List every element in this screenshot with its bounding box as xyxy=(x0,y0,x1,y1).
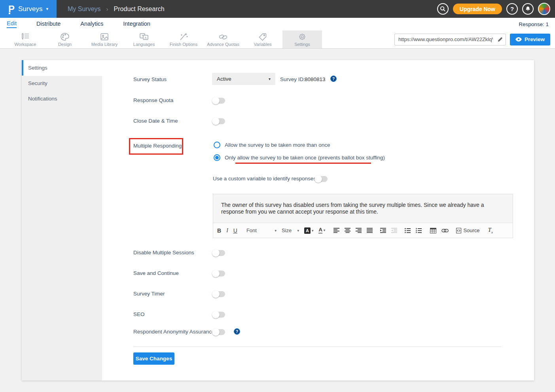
align-justify-button[interactable] xyxy=(367,228,373,233)
preview-button[interactable]: Preview xyxy=(510,34,550,45)
rich-text-toolbar: B I U Font▾ Size▾ A▾ A▾ Source xyxy=(213,223,513,238)
toolbar-item-settings[interactable]: Settings xyxy=(282,30,322,48)
text-color-icon: A xyxy=(318,227,322,234)
background-color-button[interactable]: A▾ xyxy=(304,227,314,234)
help-button[interactable]: ? xyxy=(506,3,518,15)
close-date-label: Close Date & Time xyxy=(133,118,178,124)
multiple-response-message[interactable]: The owner of this survey has disabled us… xyxy=(213,194,513,223)
tab-edit[interactable]: Edit xyxy=(7,20,17,28)
tab-integration[interactable]: Integration xyxy=(123,21,150,28)
remove-format-button[interactable]: Tx xyxy=(488,227,493,234)
align-center-button[interactable] xyxy=(345,228,350,233)
chevron-down-icon: ▾ xyxy=(269,77,271,81)
size-select[interactable]: Size▾ xyxy=(282,227,299,233)
survey-status-label: Survey Status xyxy=(133,76,167,82)
bullet-list-button[interactable] xyxy=(405,228,411,233)
settings-card: Settings Security Notifications Survey S… xyxy=(22,60,534,381)
indent-icon xyxy=(380,228,386,233)
table-icon xyxy=(430,228,436,233)
numbered-list-button[interactable] xyxy=(416,228,422,233)
close-date-toggle[interactable] xyxy=(213,118,225,124)
radio-selected-icon xyxy=(214,154,220,161)
settings-main: Survey Status Active ▾ Survey ID: 808081… xyxy=(22,60,534,381)
insert-table-button[interactable] xyxy=(430,228,436,233)
outdent-button[interactable] xyxy=(391,228,397,233)
search-button[interactable] xyxy=(437,3,449,15)
workspace-icon xyxy=(20,32,30,41)
survey-id-value: 8080813 xyxy=(305,76,326,82)
gear-icon xyxy=(297,32,307,41)
respondent-anonymity-toggle[interactable] xyxy=(213,329,225,335)
disable-multiple-sessions-label: Disable Multiple Sessions xyxy=(133,250,194,256)
italic-button[interactable]: I xyxy=(226,227,228,234)
save-and-continue-toggle[interactable] xyxy=(213,271,225,276)
underline-button[interactable]: U xyxy=(233,227,237,234)
text-color-button[interactable]: A▾ xyxy=(318,227,325,234)
search-icon xyxy=(440,6,446,12)
tab-analytics[interactable]: Analytics xyxy=(80,21,103,28)
response-count[interactable]: Response: 1 xyxy=(519,21,549,27)
respondent-anonymity-help-icon[interactable]: ? xyxy=(234,328,240,335)
source-button[interactable]: Source xyxy=(456,227,479,233)
insert-link-button[interactable] xyxy=(441,229,449,233)
svg-text:A: A xyxy=(144,36,147,39)
avatar[interactable] xyxy=(538,3,550,15)
chevron-down-icon: ▾ xyxy=(297,229,299,233)
response-quota-label: Response Quota xyxy=(133,97,173,103)
indent-button[interactable] xyxy=(380,228,386,233)
surveys-menu[interactable]: P Surveys ▾ xyxy=(0,0,57,18)
svg-text:*: * xyxy=(142,34,143,38)
pencil-icon xyxy=(497,37,503,42)
survey-status-select[interactable]: Active ▾ xyxy=(212,73,275,85)
align-left-button[interactable] xyxy=(333,228,339,233)
toolbar-item-media-library[interactable]: Media Library xyxy=(85,30,124,48)
annotation-red-underline xyxy=(235,163,371,164)
survey-id-label: Survey ID: xyxy=(280,76,305,82)
toolbar-item-finish-options[interactable]: Finish Options xyxy=(164,30,203,48)
bell-icon xyxy=(525,6,531,12)
chain-icon xyxy=(218,32,228,41)
align-right-button[interactable] xyxy=(356,228,362,233)
custom-variable-toggle[interactable] xyxy=(315,176,328,182)
chevron-down-icon: ▾ xyxy=(275,229,277,233)
toolbar-item-design[interactable]: Design xyxy=(45,30,85,48)
breadcrumb-separator-icon: › xyxy=(106,6,108,12)
eye-icon xyxy=(515,37,522,42)
upgrade-now-button[interactable]: Upgrade Now xyxy=(453,4,502,14)
seo-label: SEO xyxy=(133,311,145,317)
source-doc-icon xyxy=(456,228,461,233)
toolbar-item-advance-quotas[interactable]: Advance Quotas xyxy=(203,30,243,48)
breadcrumb-parent-link[interactable]: My Surveys xyxy=(68,6,101,13)
numbered-list-icon xyxy=(416,228,422,233)
seo-toggle[interactable] xyxy=(213,312,225,318)
tab-distribute[interactable]: Distribute xyxy=(36,21,61,28)
response-quota-toggle[interactable] xyxy=(213,98,225,104)
multiple-responding-label: Multiple Responding xyxy=(133,143,182,149)
save-changes-button[interactable]: Save Changes xyxy=(133,352,174,365)
disable-multiple-sessions-toggle[interactable] xyxy=(213,250,225,256)
question-mark-icon: ? xyxy=(510,6,514,12)
tag-icon xyxy=(258,32,267,41)
breadcrumb-current: Product Research xyxy=(114,6,165,13)
survey-id-help-icon[interactable]: ? xyxy=(330,76,337,82)
edit-url-button[interactable] xyxy=(494,34,506,45)
radio-allow-multiple[interactable]: Allow the survey to be taken more than o… xyxy=(214,142,330,148)
breadcrumb: My Surveys › Product Research xyxy=(68,6,165,13)
translate-icon: A* xyxy=(139,32,149,41)
toolbar-item-variables[interactable]: Variables xyxy=(243,30,282,48)
notifications-button[interactable] xyxy=(522,3,534,15)
survey-url-input[interactable] xyxy=(395,36,494,42)
survey-timer-toggle[interactable] xyxy=(213,291,225,297)
questionpro-logo-icon: P xyxy=(8,4,15,14)
align-justify-icon xyxy=(367,228,373,233)
bold-button[interactable]: B xyxy=(217,227,221,234)
toolbar-item-languages[interactable]: A* Languages xyxy=(124,30,164,48)
outdent-icon xyxy=(391,228,397,233)
chevron-down-icon: ▾ xyxy=(46,6,48,11)
font-select[interactable]: Font▾ xyxy=(246,227,277,233)
toolbar-item-workspace[interactable]: Workspace xyxy=(6,30,45,48)
image-icon xyxy=(100,32,109,41)
survey-url-field xyxy=(394,34,506,45)
radio-only-once[interactable]: Only allow the survey to be taken once (… xyxy=(214,154,385,161)
chevron-down-icon: ▾ xyxy=(324,228,326,232)
